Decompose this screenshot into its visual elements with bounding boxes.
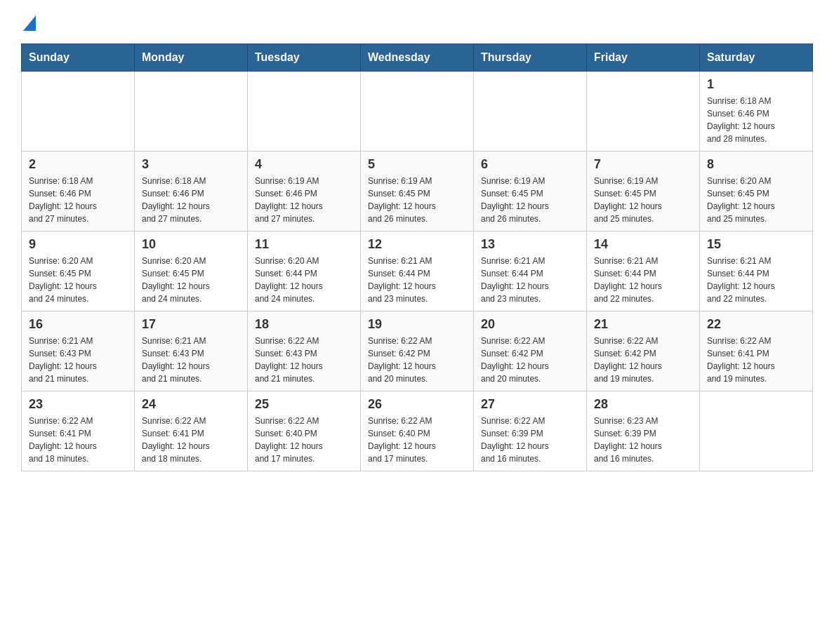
calendar-cell: 1Sunrise: 6:18 AM Sunset: 6:46 PM Daylig… <box>700 72 813 152</box>
day-info: Sunrise: 6:22 AM Sunset: 6:43 PM Dayligh… <box>255 335 353 385</box>
day-info: Sunrise: 6:22 AM Sunset: 6:40 PM Dayligh… <box>255 415 353 465</box>
day-number: 13 <box>481 237 579 252</box>
day-number: 11 <box>255 237 353 252</box>
day-info: Sunrise: 6:21 AM Sunset: 6:44 PM Dayligh… <box>481 255 579 305</box>
day-info: Sunrise: 6:18 AM Sunset: 6:46 PM Dayligh… <box>142 175 240 225</box>
weekday-header-row: SundayMondayTuesdayWednesdayThursdayFrid… <box>22 44 813 72</box>
calendar-cell: 7Sunrise: 6:19 AM Sunset: 6:45 PM Daylig… <box>587 152 700 232</box>
day-number: 15 <box>707 237 805 252</box>
weekday-header-sunday: Sunday <box>22 44 135 72</box>
day-number: 19 <box>368 317 466 332</box>
calendar-cell: 4Sunrise: 6:19 AM Sunset: 6:46 PM Daylig… <box>248 152 361 232</box>
calendar-cell: 15Sunrise: 6:21 AM Sunset: 6:44 PM Dayli… <box>700 232 813 311</box>
day-number: 16 <box>29 317 127 332</box>
weekday-header-wednesday: Wednesday <box>361 44 474 72</box>
calendar-cell: 28Sunrise: 6:23 AM Sunset: 6:39 PM Dayli… <box>587 391 700 471</box>
calendar-cell <box>700 391 813 471</box>
week-row-1: 1Sunrise: 6:18 AM Sunset: 6:46 PM Daylig… <box>22 72 813 152</box>
week-row-4: 16Sunrise: 6:21 AM Sunset: 6:43 PM Dayli… <box>22 311 813 391</box>
day-number: 8 <box>707 157 805 172</box>
calendar-cell: 11Sunrise: 6:20 AM Sunset: 6:44 PM Dayli… <box>248 232 361 311</box>
day-info: Sunrise: 6:19 AM Sunset: 6:45 PM Dayligh… <box>481 175 579 225</box>
calendar-cell: 22Sunrise: 6:22 AM Sunset: 6:41 PM Dayli… <box>700 311 813 391</box>
calendar-cell: 21Sunrise: 6:22 AM Sunset: 6:42 PM Dayli… <box>587 311 700 391</box>
day-info: Sunrise: 6:22 AM Sunset: 6:41 PM Dayligh… <box>707 335 805 385</box>
day-number: 4 <box>255 157 353 172</box>
calendar-cell <box>135 72 248 152</box>
logo-triangle-icon <box>23 15 36 31</box>
calendar-cell: 9Sunrise: 6:20 AM Sunset: 6:45 PM Daylig… <box>22 232 135 311</box>
calendar-cell: 3Sunrise: 6:18 AM Sunset: 6:46 PM Daylig… <box>135 152 248 232</box>
day-number: 1 <box>707 77 805 92</box>
day-number: 7 <box>594 157 692 172</box>
weekday-header-friday: Friday <box>587 44 700 72</box>
day-number: 22 <box>707 317 805 332</box>
day-number: 26 <box>368 397 466 412</box>
day-number: 12 <box>368 237 466 252</box>
day-number: 2 <box>29 157 127 172</box>
day-info: Sunrise: 6:20 AM Sunset: 6:45 PM Dayligh… <box>142 255 240 305</box>
calendar-cell: 2Sunrise: 6:18 AM Sunset: 6:46 PM Daylig… <box>22 152 135 232</box>
day-info: Sunrise: 6:21 AM Sunset: 6:44 PM Dayligh… <box>594 255 692 305</box>
calendar-cell: 17Sunrise: 6:21 AM Sunset: 6:43 PM Dayli… <box>135 311 248 391</box>
day-number: 28 <box>594 397 692 412</box>
day-info: Sunrise: 6:22 AM Sunset: 6:42 PM Dayligh… <box>368 335 466 385</box>
day-info: Sunrise: 6:22 AM Sunset: 6:41 PM Dayligh… <box>29 415 127 465</box>
calendar-cell <box>22 72 135 152</box>
day-info: Sunrise: 6:18 AM Sunset: 6:46 PM Dayligh… <box>707 95 805 145</box>
calendar-cell <box>587 72 700 152</box>
day-info: Sunrise: 6:23 AM Sunset: 6:39 PM Dayligh… <box>594 415 692 465</box>
day-info: Sunrise: 6:20 AM Sunset: 6:44 PM Dayligh… <box>255 255 353 305</box>
day-number: 27 <box>481 397 579 412</box>
day-info: Sunrise: 6:22 AM Sunset: 6:42 PM Dayligh… <box>594 335 692 385</box>
calendar-cell: 20Sunrise: 6:22 AM Sunset: 6:42 PM Dayli… <box>474 311 587 391</box>
page-header <box>21 14 813 31</box>
calendar-cell: 8Sunrise: 6:20 AM Sunset: 6:45 PM Daylig… <box>700 152 813 232</box>
weekday-header-monday: Monday <box>135 44 248 72</box>
day-info: Sunrise: 6:20 AM Sunset: 6:45 PM Dayligh… <box>707 175 805 225</box>
day-number: 20 <box>481 317 579 332</box>
calendar-cell: 13Sunrise: 6:21 AM Sunset: 6:44 PM Dayli… <box>474 232 587 311</box>
day-number: 21 <box>594 317 692 332</box>
day-number: 24 <box>142 397 240 412</box>
day-info: Sunrise: 6:19 AM Sunset: 6:45 PM Dayligh… <box>368 175 466 225</box>
day-number: 6 <box>481 157 579 172</box>
day-number: 9 <box>29 237 127 252</box>
calendar-cell: 26Sunrise: 6:22 AM Sunset: 6:40 PM Dayli… <box>361 391 474 471</box>
calendar-cell: 23Sunrise: 6:22 AM Sunset: 6:41 PM Dayli… <box>22 391 135 471</box>
calendar-cell: 14Sunrise: 6:21 AM Sunset: 6:44 PM Dayli… <box>587 232 700 311</box>
day-info: Sunrise: 6:18 AM Sunset: 6:46 PM Dayligh… <box>29 175 127 225</box>
day-number: 3 <box>142 157 240 172</box>
day-info: Sunrise: 6:21 AM Sunset: 6:43 PM Dayligh… <box>142 335 240 385</box>
day-info: Sunrise: 6:21 AM Sunset: 6:44 PM Dayligh… <box>368 255 466 305</box>
week-row-2: 2Sunrise: 6:18 AM Sunset: 6:46 PM Daylig… <box>22 152 813 232</box>
calendar-cell <box>361 72 474 152</box>
week-row-3: 9Sunrise: 6:20 AM Sunset: 6:45 PM Daylig… <box>22 232 813 311</box>
calendar-cell: 19Sunrise: 6:22 AM Sunset: 6:42 PM Dayli… <box>361 311 474 391</box>
calendar-cell: 16Sunrise: 6:21 AM Sunset: 6:43 PM Dayli… <box>22 311 135 391</box>
weekday-header-saturday: Saturday <box>700 44 813 72</box>
day-info: Sunrise: 6:22 AM Sunset: 6:41 PM Dayligh… <box>142 415 240 465</box>
svg-marker-0 <box>23 15 36 31</box>
day-number: 5 <box>368 157 466 172</box>
calendar-cell: 5Sunrise: 6:19 AM Sunset: 6:45 PM Daylig… <box>361 152 474 232</box>
day-info: Sunrise: 6:22 AM Sunset: 6:40 PM Dayligh… <box>368 415 466 465</box>
calendar-cell <box>248 72 361 152</box>
day-info: Sunrise: 6:21 AM Sunset: 6:44 PM Dayligh… <box>707 255 805 305</box>
calendar-cell: 24Sunrise: 6:22 AM Sunset: 6:41 PM Dayli… <box>135 391 248 471</box>
day-info: Sunrise: 6:20 AM Sunset: 6:45 PM Dayligh… <box>29 255 127 305</box>
week-row-5: 23Sunrise: 6:22 AM Sunset: 6:41 PM Dayli… <box>22 391 813 471</box>
day-number: 14 <box>594 237 692 252</box>
calendar-cell: 25Sunrise: 6:22 AM Sunset: 6:40 PM Dayli… <box>248 391 361 471</box>
calendar-cell <box>474 72 587 152</box>
logo <box>21 14 36 31</box>
day-info: Sunrise: 6:19 AM Sunset: 6:46 PM Dayligh… <box>255 175 353 225</box>
calendar-cell: 27Sunrise: 6:22 AM Sunset: 6:39 PM Dayli… <box>474 391 587 471</box>
calendar-table: SundayMondayTuesdayWednesdayThursdayFrid… <box>21 43 813 471</box>
day-info: Sunrise: 6:22 AM Sunset: 6:39 PM Dayligh… <box>481 415 579 465</box>
day-info: Sunrise: 6:19 AM Sunset: 6:45 PM Dayligh… <box>594 175 692 225</box>
calendar-cell: 6Sunrise: 6:19 AM Sunset: 6:45 PM Daylig… <box>474 152 587 232</box>
day-info: Sunrise: 6:21 AM Sunset: 6:43 PM Dayligh… <box>29 335 127 385</box>
day-number: 23 <box>29 397 127 412</box>
day-number: 25 <box>255 397 353 412</box>
